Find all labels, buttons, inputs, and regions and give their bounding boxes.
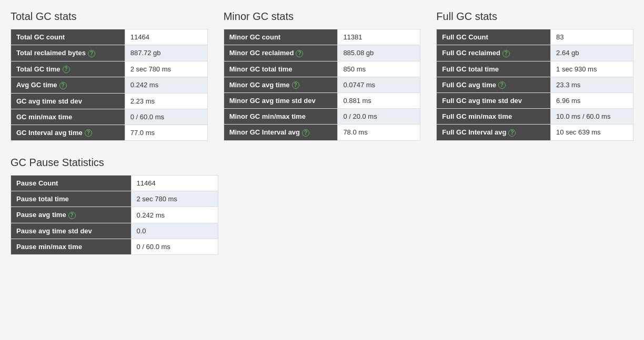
minor-gc-table: Minor GC count11381Minor GC reclaimed?88… xyxy=(224,29,421,141)
full-gc-section: Full GC stats Full GC Count83Full GC rec… xyxy=(436,11,633,141)
row-label: Full GC Count xyxy=(437,29,551,45)
row-label: GC avg time std dev xyxy=(11,93,125,109)
full-gc-table: Full GC Count83Full GC reclaimed?2.64 gb… xyxy=(436,29,633,141)
info-icon[interactable]: ? xyxy=(88,50,95,57)
minor-gc-title: Minor GC stats xyxy=(224,11,421,23)
info-icon[interactable]: ? xyxy=(302,129,309,137)
row-value: 11464 xyxy=(125,29,207,45)
row-value: 885.08 gb xyxy=(338,45,420,61)
row-value: 850 ms xyxy=(338,61,420,77)
row-label: Pause total time xyxy=(11,191,132,207)
row-label: Minor GC avg time std dev xyxy=(224,93,338,109)
table-row: Minor GC total time850 ms xyxy=(224,61,420,77)
row-label: Full GC Interval avg? xyxy=(437,125,551,141)
row-label: Full GC avg time? xyxy=(437,77,551,93)
row-value: 887.72 gb xyxy=(125,45,207,61)
row-label: Full GC min/max time xyxy=(437,109,551,125)
row-value: 11381 xyxy=(338,29,420,45)
table-row: Pause min/max time0 / 60.0 ms xyxy=(11,239,218,254)
row-value: 0 / 20.0 ms xyxy=(338,109,420,125)
pause-stats-table: Pause Count11464Pause total time2 sec 78… xyxy=(11,175,218,255)
row-value: 0.242 ms xyxy=(125,77,207,94)
table-row: Total reclaimed bytes?887.72 gb xyxy=(11,45,208,61)
row-value: 2 sec 780 ms xyxy=(125,61,207,77)
row-value: 0.0747 ms xyxy=(338,77,420,93)
row-label: Avg GC time? xyxy=(11,77,125,94)
info-icon[interactable]: ? xyxy=(296,50,303,57)
table-row: Pause Count11464 xyxy=(11,176,218,191)
row-value: 77.0 ms xyxy=(125,125,207,141)
table-row: GC avg time std dev2.23 ms xyxy=(11,93,208,109)
row-value: 0.881 ms xyxy=(338,93,420,109)
row-value: 2.23 ms xyxy=(125,93,207,109)
row-value: 83 xyxy=(551,29,633,45)
info-icon[interactable]: ? xyxy=(68,212,76,219)
info-icon[interactable]: ? xyxy=(498,81,506,89)
table-row: Pause total time2 sec 780 ms xyxy=(11,191,218,207)
row-label: GC Interval avg time? xyxy=(11,125,125,141)
row-value: 23.3 ms xyxy=(551,77,633,93)
row-value: 0.0 xyxy=(131,223,218,239)
row-value: 2.64 gb xyxy=(551,45,633,61)
table-row: Full GC reclaimed?2.64 gb xyxy=(437,45,633,61)
table-row: Minor GC reclaimed?885.08 gb xyxy=(224,45,420,61)
row-label: Full GC reclaimed? xyxy=(437,45,551,61)
info-icon[interactable]: ? xyxy=(59,82,67,89)
row-value: 6.96 ms xyxy=(551,93,633,109)
info-icon[interactable]: ? xyxy=(508,129,516,137)
row-value: 10 sec 639 ms xyxy=(551,125,633,141)
minor-gc-section: Minor GC stats Minor GC count11381Minor … xyxy=(224,11,421,141)
info-icon[interactable]: ? xyxy=(85,129,92,137)
row-label: GC min/max time xyxy=(11,109,125,125)
table-row: Full GC avg time?23.3 ms xyxy=(437,77,633,93)
pause-stats-title: GC Pause Statistics xyxy=(11,157,633,169)
table-row: Minor GC count11381 xyxy=(224,29,420,45)
row-label: Full GC avg time std dev xyxy=(437,93,551,109)
total-gc-title: Total GC stats xyxy=(11,11,208,23)
row-label: Total reclaimed bytes? xyxy=(11,45,125,61)
table-row: Total GC time?2 sec 780 ms xyxy=(11,61,208,77)
row-value: 1 sec 930 ms xyxy=(551,61,633,77)
row-label: Minor GC avg time? xyxy=(224,77,338,93)
table-row: Minor GC avg time std dev0.881 ms xyxy=(224,93,420,109)
row-label: Minor GC reclaimed? xyxy=(224,45,338,61)
table-row: Minor GC avg time?0.0747 ms xyxy=(224,77,420,93)
table-row: Full GC avg time std dev6.96 ms xyxy=(437,93,633,109)
row-value: 0 / 60.0 ms xyxy=(131,239,218,254)
main-stats-row: Total GC stats Total GC count11464Total … xyxy=(11,11,633,141)
row-value: 0.242 ms xyxy=(131,207,218,223)
info-icon[interactable]: ? xyxy=(502,50,510,57)
row-value: 10.0 ms / 60.0 ms xyxy=(551,109,633,125)
table-row: Avg GC time?0.242 ms xyxy=(11,77,208,94)
table-row: Pause avg time?0.242 ms xyxy=(11,207,218,223)
row-value: 11464 xyxy=(131,176,218,191)
row-value: 2 sec 780 ms xyxy=(131,191,218,207)
table-row: Full GC total time1 sec 930 ms xyxy=(437,61,633,77)
row-label: Full GC total time xyxy=(437,61,551,77)
pause-stats-section: GC Pause Statistics Pause Count11464Paus… xyxy=(11,157,633,255)
info-icon[interactable]: ? xyxy=(63,66,70,73)
row-label: Pause avg time? xyxy=(11,207,132,223)
row-label: Minor GC count xyxy=(224,29,338,45)
table-row: Pause avg time std dev0.0 xyxy=(11,223,218,239)
row-label: Minor GC total time xyxy=(224,61,338,77)
full-gc-title: Full GC stats xyxy=(436,11,633,23)
table-row: Minor GC Interval avg?78.0 ms xyxy=(224,125,420,141)
table-row: Minor GC min/max time0 / 20.0 ms xyxy=(224,109,420,125)
row-label: Minor GC Interval avg? xyxy=(224,125,338,141)
row-label: Total GC count xyxy=(11,29,125,45)
row-label: Minor GC min/max time xyxy=(224,109,338,125)
table-row: Full GC min/max time10.0 ms / 60.0 ms xyxy=(437,109,633,125)
row-label: Pause avg time std dev xyxy=(11,223,132,239)
row-value: 0 / 60.0 ms xyxy=(125,109,207,125)
table-row: GC Interval avg time?77.0 ms xyxy=(11,125,208,141)
table-row: Total GC count11464 xyxy=(11,29,208,45)
table-row: Full GC Count83 xyxy=(437,29,633,45)
table-row: GC min/max time0 / 60.0 ms xyxy=(11,109,208,125)
row-value: 78.0 ms xyxy=(338,125,420,141)
row-label: Total GC time? xyxy=(11,61,125,77)
total-gc-section: Total GC stats Total GC count11464Total … xyxy=(11,11,208,141)
table-row: Full GC Interval avg?10 sec 639 ms xyxy=(437,125,633,141)
info-icon[interactable]: ? xyxy=(292,81,299,89)
row-label: Pause Count xyxy=(11,176,132,191)
